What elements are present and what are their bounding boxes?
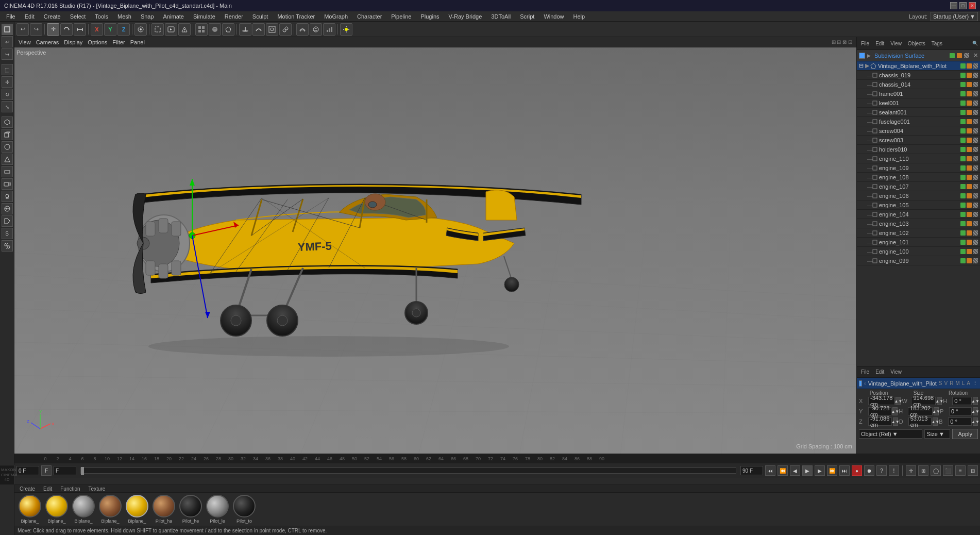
vp-menu-cameras[interactable]: Cameras <box>36 39 59 45</box>
background-btn[interactable] <box>266 23 278 36</box>
tool-scale[interactable]: ⤡ <box>2 101 13 112</box>
menu-character[interactable]: Character <box>353 12 386 21</box>
axis-y-btn[interactable]: Y <box>104 23 116 36</box>
object-row-holders010[interactable]: — holders010 <box>857 145 980 154</box>
timeline-track[interactable] <box>80 467 736 474</box>
mode-model[interactable] <box>2 24 13 35</box>
props-name-row[interactable]: Vintage_Biplane_with_Pilot SVRMLA ⋮ <box>857 378 980 389</box>
rot-b-spin[interactable]: ▲▼ <box>973 417 978 426</box>
vp-menu-panel[interactable]: Panel <box>130 39 145 45</box>
size-d-spin[interactable]: ▲▼ <box>933 417 938 426</box>
view-mode-btn[interactable] <box>195 23 208 36</box>
menu-edit[interactable]: Edit <box>21 12 39 21</box>
menu-animate[interactable]: Animate <box>159 12 188 21</box>
rot-h-spin[interactable]: ▲▼ <box>973 397 978 405</box>
tool-script[interactable]: S <box>2 228 13 239</box>
snap-btn[interactable] <box>134 23 147 36</box>
render-scene-btn[interactable] <box>178 23 191 36</box>
tool-redo-btn[interactable]: ↪ <box>30 23 42 36</box>
size-h-spin[interactable]: ▲▼ <box>934 407 939 415</box>
tool-light[interactable] <box>2 191 13 202</box>
tool-undo[interactable]: ↩ <box>2 36 13 47</box>
playback-mode-6[interactable]: ⊟ <box>968 465 978 476</box>
menu-create[interactable]: Create <box>40 12 65 21</box>
props-edit[interactable]: Edit <box>873 369 886 375</box>
object-row-engine_107[interactable]: — engine_107 <box>857 182 980 191</box>
transport-to-start[interactable]: ⏮ <box>765 465 775 476</box>
menu-sculpt[interactable]: Sculpt <box>248 12 273 21</box>
mode-dropdown[interactable]: Object (Rel) ▼ <box>859 429 922 439</box>
floor-btn[interactable] <box>239 23 251 36</box>
deformer-btn[interactable] <box>296 23 309 36</box>
mograph-effect-btn[interactable] <box>323 23 335 36</box>
subdiv-close[interactable]: ✕ <box>973 52 978 59</box>
size-w-field[interactable]: 914.698 cm <box>911 397 936 405</box>
tool-scale-btn[interactable] <box>74 23 86 36</box>
viewport-3d[interactable]: View Cameras Display Options Filter Pane… <box>14 37 856 454</box>
object-row-keel001[interactable]: — keel001 <box>857 98 980 108</box>
transport-next-frame[interactable]: ▶ <box>815 465 825 476</box>
tool-sphere[interactable] <box>2 141 13 153</box>
menu-window[interactable]: Window <box>539 12 568 21</box>
playback-mode-2[interactable]: ⊞ <box>918 465 928 476</box>
timeline-slider[interactable] <box>81 467 84 475</box>
object-row-engine_102[interactable]: — engine_102 <box>857 228 980 238</box>
rot-p-spin[interactable]: ▲▼ <box>973 407 978 415</box>
pos-x-spin[interactable]: ▲▼ <box>895 397 901 405</box>
frame-input-field[interactable]: F <box>54 466 76 475</box>
tool-plane[interactable] <box>2 166 13 177</box>
object-row-engine_108[interactable]: — engine_108 <box>857 173 980 182</box>
object-row-engine_101[interactable]: — engine_101 <box>857 238 980 247</box>
transport-prev-frame[interactable]: ◀ <box>790 465 800 476</box>
tool-rotate[interactable]: ↻ <box>2 89 13 100</box>
vp-menu-display[interactable]: Display <box>64 39 82 45</box>
playback-mode-1[interactable]: ✛ <box>906 465 916 476</box>
props-view[interactable]: View <box>888 369 904 375</box>
rot-h-field[interactable]: 0 ° <box>952 397 972 405</box>
rot-p-field[interactable]: 0 ° <box>949 407 972 415</box>
size-h-field[interactable]: 183.202 cm <box>908 407 933 415</box>
vp-menu-options[interactable]: Options <box>88 39 107 45</box>
object-row-chassis_014[interactable]: — chassis_014 <box>857 80 980 89</box>
menu-help[interactable]: Help <box>569 12 589 21</box>
object-row-engine_104[interactable]: — engine_104 <box>857 210 980 219</box>
mat-create[interactable]: Create <box>18 486 37 492</box>
material-item-8[interactable]: Pilot_to <box>233 495 256 524</box>
tool-select[interactable]: ⬚ <box>2 64 13 75</box>
key-btn[interactable]: ? <box>876 465 887 476</box>
material-item-0[interactable]: Biplane_ <box>19 495 41 524</box>
mat-texture[interactable]: Texture <box>87 486 108 492</box>
end-frame-field[interactable]: 90 F <box>740 466 763 475</box>
playback-mode-4[interactable]: ⬛ <box>943 465 953 476</box>
object-row-sealant001[interactable]: — sealant001 <box>857 108 980 117</box>
auto-key-btn[interactable]: ⏺ <box>864 465 874 476</box>
current-frame-field[interactable]: 0 F <box>16 466 39 475</box>
tool-python[interactable] <box>2 240 13 252</box>
rot-b-field[interactable]: 0 ° <box>948 417 972 426</box>
material-item-7[interactable]: Pilot_le <box>206 495 229 524</box>
material-item-2[interactable]: Biplane_ <box>72 495 95 524</box>
transport-prev-key[interactable]: ⏪ <box>778 465 788 476</box>
render-view-btn[interactable] <box>165 23 177 36</box>
menu-select[interactable]: Select <box>66 12 90 21</box>
tool-camera[interactable] <box>2 178 13 190</box>
main-object-row[interactable]: ⊟ ▶ Vintage_Biplane_with_Pilot <box>857 61 980 71</box>
object-row-engine_110[interactable]: — engine_110 <box>857 154 980 163</box>
object-row-engine_103[interactable]: — engine_103 <box>857 219 980 228</box>
menu-simulate[interactable]: Simulate <box>189 12 219 21</box>
tool-material[interactable] <box>2 203 13 214</box>
object-row-fuselage001[interactable]: — fuselage001 <box>857 117 980 126</box>
mat-edit[interactable]: Edit <box>41 486 54 492</box>
maximize-button[interactable]: □ <box>959 2 967 9</box>
sky-btn[interactable] <box>252 23 265 36</box>
polygon-mode-btn[interactable] <box>222 23 234 36</box>
display-mode-btn[interactable] <box>209 23 221 36</box>
key-prop-btn[interactable]: ! <box>889 465 899 476</box>
minimize-button[interactable]: — <box>950 2 957 9</box>
rp-objects[interactable]: Objects <box>906 41 927 46</box>
menu-script[interactable]: Script <box>516 12 538 21</box>
menu-mesh[interactable]: Mesh <box>113 12 136 21</box>
tool-rotate-btn[interactable] <box>60 23 73 36</box>
rp-file[interactable]: File <box>859 41 871 46</box>
object-row-screw003[interactable]: — screw003 <box>857 136 980 145</box>
